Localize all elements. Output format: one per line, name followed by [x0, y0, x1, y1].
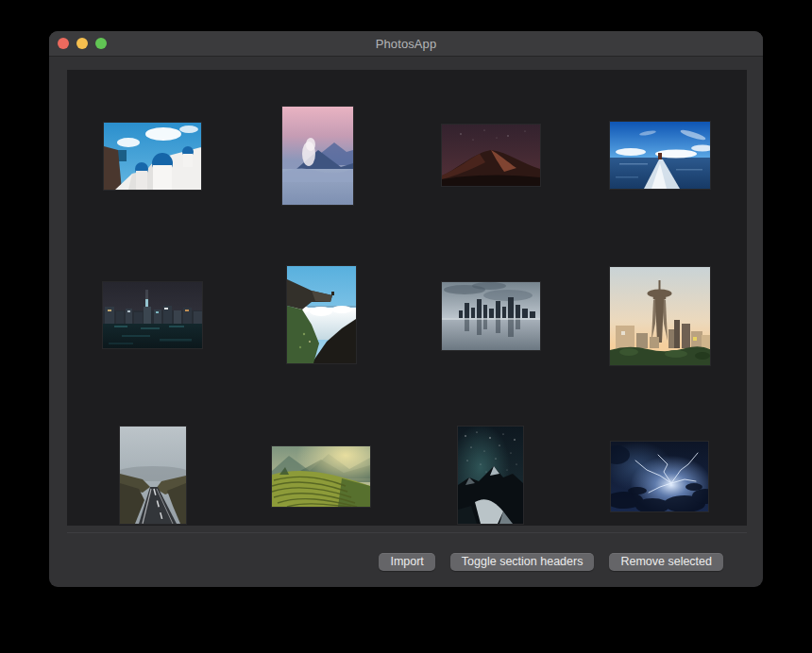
toggle-section-headers-button[interactable]: Toggle section headers: [450, 553, 595, 571]
photo-thumbnail-rice-terraces[interactable]: [272, 446, 370, 507]
photo-thumbnail-cliff-clouds[interactable]: [287, 266, 356, 363]
import-button[interactable]: Import: [379, 553, 434, 571]
toolbar-separator: [67, 532, 747, 533]
photo-thumbnail-santorini[interactable]: [104, 123, 201, 190]
button-bar: Import Toggle section headers Remove sel…: [49, 549, 763, 574]
photo-thumbnail-starry-mountain[interactable]: [458, 427, 523, 524]
photo-thumbnail-volcano-clouds[interactable]: [282, 107, 353, 205]
photo-thumbnail-desert-night[interactable]: [442, 125, 540, 186]
photo-thumbnail-chicago-reflection[interactable]: [442, 282, 540, 350]
titlebar[interactable]: PhotosApp: [49, 31, 763, 57]
window-title: PhotosApp: [376, 37, 437, 51]
minimize-button[interactable]: [76, 38, 88, 49]
traffic-lights: [58, 38, 107, 49]
zoom-button[interactable]: [95, 38, 107, 49]
remove-selected-button[interactable]: Remove selected: [609, 553, 723, 571]
photo-thumbnail-lightning-storm[interactable]: [611, 442, 708, 511]
photo-grid: [67, 70, 747, 526]
photo-thumbnail-space-needle[interactable]: [610, 267, 710, 365]
photo-thumbnail-foggy-road[interactable]: [120, 427, 186, 524]
photo-thumbnail-ocean-wake[interactable]: [610, 122, 710, 189]
close-button[interactable]: [58, 38, 69, 49]
photos-app-window: PhotosApp: [49, 31, 763, 587]
photo-thumbnail-nyc-night[interactable]: [103, 282, 202, 348]
